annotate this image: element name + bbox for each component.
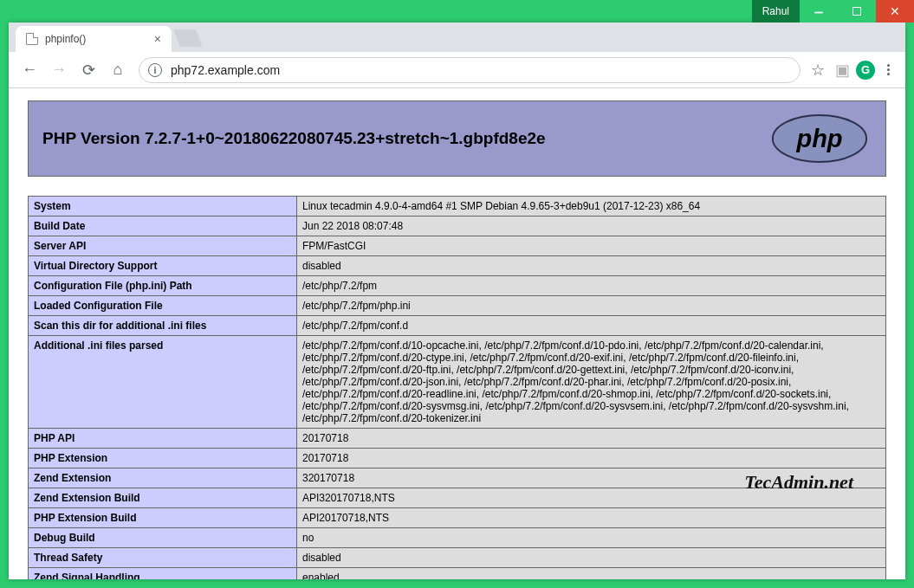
window-minimize-button[interactable]: ‒ (800, 0, 838, 23)
table-row: Virtual Directory Supportdisabled (29, 256, 886, 276)
row-label: Zend Extension Build (29, 488, 297, 508)
window-close-button[interactable]: ✕ (876, 0, 914, 23)
row-value: /etc/php/7.2/fpm/php.ini (297, 296, 886, 316)
browser-window: phpinfo() × ← → ⟳ ⌂ i php72.example.com … (9, 23, 905, 579)
toolbar-right: ☆ ▣ G (807, 60, 898, 81)
row-value: 320170718 (297, 468, 886, 488)
row-value: enabled (297, 568, 886, 580)
browser-menu-button[interactable] (878, 64, 898, 75)
table-row: Debug Buildno (29, 528, 886, 548)
row-value: /etc/php/7.2/fpm/conf.d/10-opcache.ini, … (297, 336, 886, 429)
table-row: Zend Extension320170718 (29, 468, 886, 488)
row-value: 20170718 (297, 449, 886, 468)
window-maximize-button[interactable] (838, 0, 876, 23)
file-icon (26, 33, 38, 45)
table-row: PHP Extension20170718 (29, 449, 886, 468)
user-badge[interactable]: Rahul (752, 0, 800, 23)
row-value: FPM/FastCGI (297, 236, 886, 256)
table-row: PHP Extension BuildAPI20170718,NTS (29, 508, 886, 528)
table-row: Configuration File (php.ini) Path/etc/ph… (29, 276, 886, 296)
row-value: 20170718 (297, 429, 886, 449)
row-value: API20170718,NTS (297, 508, 886, 528)
browser-toolbar: ← → ⟳ ⌂ i php72.example.com ☆ ▣ G (9, 52, 905, 88)
row-value: /etc/php/7.2/fpm/conf.d (297, 316, 886, 336)
row-value: /etc/php/7.2/fpm (297, 276, 886, 296)
new-tab-button[interactable] (173, 29, 202, 47)
grammarly-extension-icon[interactable]: G (856, 61, 875, 80)
svg-text:php: php (795, 125, 842, 152)
window-titlebar: Rahul ‒ ✕ (0, 0, 914, 23)
phpinfo-table: SystemLinux tecadmin 4.9.0-4-amd64 #1 SM… (28, 196, 886, 579)
square-icon (852, 7, 861, 16)
table-row: Additional .ini files parsed/etc/php/7.2… (29, 336, 886, 429)
table-row: Loaded Configuration File/etc/php/7.2/fp… (29, 296, 886, 316)
row-label: PHP Extension (29, 449, 297, 468)
info-icon[interactable]: i (148, 63, 162, 77)
tab-title: phpinfo() (45, 33, 86, 45)
row-label: Additional .ini files parsed (29, 336, 297, 429)
camera-extension-icon[interactable]: ▣ (832, 60, 852, 81)
tab-strip: phpinfo() × (9, 23, 905, 52)
row-label: Loaded Configuration File (29, 296, 297, 316)
table-row: Thread Safetydisabled (29, 548, 886, 568)
row-label: PHP Extension Build (29, 508, 297, 528)
row-label: Zend Signal Handling (29, 568, 297, 580)
page-content[interactable]: PHP Version 7.2.7-1+0~20180622080745.23+… (9, 88, 905, 579)
tab-close-button[interactable]: × (154, 32, 161, 46)
row-label: PHP API (29, 429, 297, 449)
row-label: Virtual Directory Support (29, 256, 297, 276)
row-label: Scan this dir for additional .ini files (29, 316, 297, 336)
page-title: PHP Version 7.2.7-1+0~20180622080745.23+… (42, 129, 546, 148)
address-bar[interactable]: i php72.example.com (139, 57, 801, 83)
browser-tab[interactable]: phpinfo() × (16, 26, 172, 52)
row-value: Jun 22 2018 08:07:48 (297, 216, 886, 236)
table-row: Zend Signal Handlingenabled (29, 568, 886, 580)
row-label: System (29, 197, 297, 216)
row-value: Linux tecadmin 4.9.0-4-amd64 #1 SMP Debi… (297, 197, 886, 216)
table-row: SystemLinux tecadmin 4.9.0-4-amd64 #1 SM… (29, 197, 886, 216)
row-value: API320170718,NTS (297, 488, 886, 508)
forward-button[interactable]: → (45, 56, 73, 84)
row-value: disabled (297, 256, 886, 276)
back-button[interactable]: ← (16, 56, 43, 84)
table-row: Zend Extension BuildAPI320170718,NTS (29, 488, 886, 508)
row-value: disabled (297, 548, 886, 568)
url-text: php72.example.com (171, 63, 280, 77)
row-label: Zend Extension (29, 468, 297, 488)
row-label: Configuration File (php.ini) Path (29, 276, 297, 296)
row-label: Thread Safety (29, 548, 297, 568)
bookmark-star-icon[interactable]: ☆ (807, 61, 828, 80)
php-logo-icon: php (768, 113, 872, 164)
table-row: Build DateJun 22 2018 08:07:48 (29, 216, 886, 236)
row-label: Debug Build (29, 528, 297, 548)
reload-button[interactable]: ⟳ (75, 56, 102, 84)
table-row: PHP API20170718 (29, 429, 886, 449)
php-header: PHP Version 7.2.7-1+0~20180622080745.23+… (28, 100, 886, 177)
row-label: Server API (29, 236, 297, 256)
row-value: no (297, 528, 886, 548)
table-row: Scan this dir for additional .ini files/… (29, 316, 886, 336)
row-label: Build Date (29, 216, 297, 236)
table-row: Server APIFPM/FastCGI (29, 236, 886, 256)
home-button[interactable]: ⌂ (104, 56, 132, 84)
